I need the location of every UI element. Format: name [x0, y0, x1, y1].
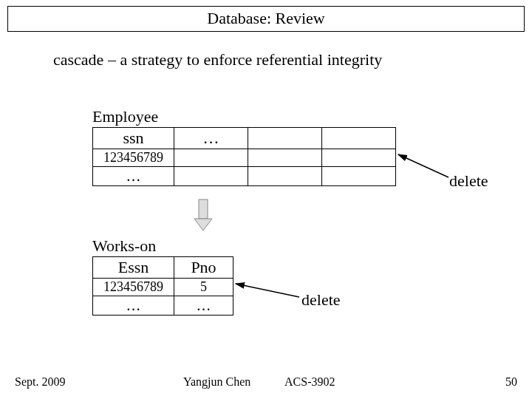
cell: [248, 167, 322, 186]
arrow-delete-works-on-icon: [233, 277, 303, 299]
table-header-row: ssn …: [93, 128, 396, 149]
footer-date: Sept. 2009: [15, 375, 65, 389]
delete-label-works-on: delete: [301, 290, 341, 310]
header-col2: …: [174, 128, 248, 149]
header-col4: [322, 128, 396, 149]
table-row: 123456789 5: [93, 279, 233, 296]
footer-page: 50: [505, 375, 517, 389]
cell: [322, 149, 396, 167]
employee-label: Employee: [92, 107, 158, 126]
cell: [322, 167, 396, 186]
page-title: Database: Review: [7, 6, 525, 32]
table-row: …: [93, 167, 396, 186]
header-pno: Pno: [174, 257, 233, 279]
header-ssn: ssn: [93, 128, 174, 149]
cell: [248, 149, 322, 167]
table-row: 123456789: [93, 149, 396, 167]
table-header-row: Essn Pno: [93, 257, 233, 279]
header-col3: [248, 128, 322, 149]
cell-ssn: 123456789: [93, 149, 174, 167]
works-on-table: Essn Pno 123456789 5 … …: [92, 256, 233, 316]
subtitle: cascade – a strategy to enforce referent…: [53, 50, 382, 69]
footer-course: ACS-3902: [284, 375, 335, 389]
svg-line-0: [398, 154, 449, 177]
works-on-label: Works-on: [92, 236, 156, 256]
svg-rect-1: [199, 200, 208, 219]
cell-ellipsis: …: [93, 296, 174, 316]
arrow-delete-employee-icon: [395, 144, 451, 181]
cell-ellipsis: …: [174, 296, 233, 316]
down-arrow-icon: [192, 198, 214, 233]
cell-pno: 5: [174, 279, 233, 296]
header-essn: Essn: [93, 257, 174, 279]
delete-label-employee: delete: [449, 171, 488, 191]
cell: [174, 149, 248, 167]
svg-line-3: [236, 284, 299, 297]
cell: [174, 167, 248, 186]
footer-author: Yangjun Chen: [183, 375, 250, 389]
employee-table: ssn … 123456789 …: [92, 127, 396, 186]
cell-essn: 123456789: [93, 279, 174, 296]
svg-marker-2: [194, 219, 212, 231]
cell-ellipsis: …: [93, 167, 174, 186]
table-row: … …: [93, 296, 233, 316]
